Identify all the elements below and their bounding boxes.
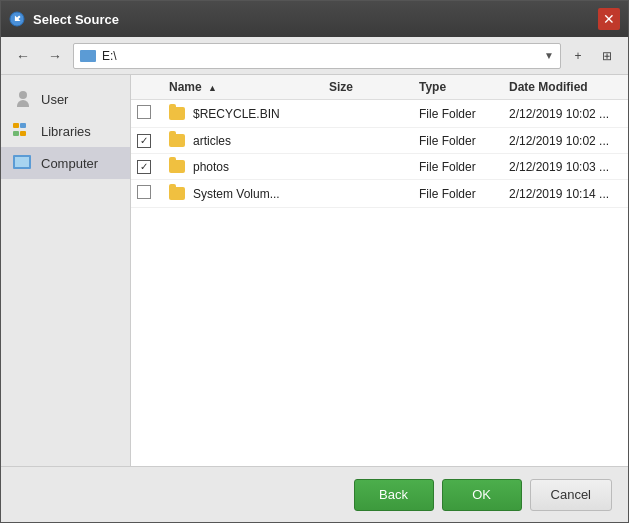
view-button[interactable]: ⊞: [594, 43, 620, 69]
row-checkbox-cell: [131, 180, 161, 208]
sidebar-item-user[interactable]: User: [1, 83, 130, 115]
sidebar-label-computer: Computer: [41, 156, 98, 171]
folder-icon: [169, 160, 185, 173]
folder-icon: [169, 107, 185, 120]
row-date-cell: 2/12/2019 10:03 ...: [501, 154, 628, 180]
select-source-dialog: Select Source ✕ ← → E:\ ▼ + ⊞ User: [0, 0, 629, 523]
row-name-cell: System Volum...: [161, 180, 321, 208]
row-type-cell: File Folder: [411, 154, 501, 180]
new-folder-button[interactable]: +: [565, 43, 591, 69]
close-button[interactable]: ✕: [598, 8, 620, 30]
col-header-size[interactable]: Size: [321, 75, 411, 100]
row-name-cell: $RECYCLE.BIN: [161, 100, 321, 128]
row-size-cell: [321, 128, 411, 154]
address-bar[interactable]: E:\ ▼: [73, 43, 561, 69]
sort-arrow: ▲: [208, 83, 217, 93]
toolbar-right: + ⊞: [565, 43, 620, 69]
col-header-name[interactable]: Name ▲: [161, 75, 321, 100]
table-row: photos File Folder 2/12/2019 10:03 ...: [131, 154, 628, 180]
table-row: $RECYCLE.BIN File Folder 2/12/2019 10:02…: [131, 100, 628, 128]
row-size-cell: [321, 100, 411, 128]
address-dropdown-arrow: ▼: [544, 50, 554, 61]
row-checkbox[interactable]: [137, 105, 151, 119]
row-checkbox[interactable]: [137, 134, 151, 148]
user-icon: [13, 91, 33, 107]
row-size-cell: [321, 154, 411, 180]
row-checkbox[interactable]: [137, 160, 151, 174]
file-name: articles: [193, 134, 231, 148]
col-header-checkbox: [131, 75, 161, 100]
back-nav-button[interactable]: ←: [9, 43, 37, 69]
file-area: Name ▲ Size Type Date Modified $RECYCLE: [131, 75, 628, 466]
row-type-cell: File Folder: [411, 128, 501, 154]
folder-icon: [169, 187, 185, 200]
row-type-cell: File Folder: [411, 100, 501, 128]
row-checkbox-cell: [131, 100, 161, 128]
sidebar-label-user: User: [41, 92, 68, 107]
file-name: photos: [193, 160, 229, 174]
title-bar: Select Source ✕: [1, 1, 628, 37]
address-text: E:\: [102, 49, 538, 63]
row-date-cell: 2/12/2019 10:14 ...: [501, 180, 628, 208]
libraries-icon: [13, 123, 33, 139]
row-checkbox-cell: [131, 128, 161, 154]
file-table: Name ▲ Size Type Date Modified $RECYCLE: [131, 75, 628, 208]
dialog-title: Select Source: [33, 12, 119, 27]
app-icon: [9, 11, 25, 27]
monitor-icon: [80, 50, 96, 62]
sidebar-item-computer[interactable]: Computer: [1, 147, 130, 179]
col-header-type[interactable]: Type: [411, 75, 501, 100]
row-checkbox[interactable]: [137, 185, 151, 199]
row-date-cell: 2/12/2019 10:02 ...: [501, 100, 628, 128]
cancel-button[interactable]: Cancel: [530, 479, 612, 511]
row-size-cell: [321, 180, 411, 208]
title-bar-left: Select Source: [9, 11, 119, 27]
row-type-cell: File Folder: [411, 180, 501, 208]
file-name: $RECYCLE.BIN: [193, 107, 280, 121]
folder-icon: [169, 134, 185, 147]
bottom-bar: Back OK Cancel: [1, 466, 628, 522]
sidebar-item-libraries[interactable]: Libraries: [1, 115, 130, 147]
content-area: User Libraries Computer: [1, 75, 628, 466]
col-header-date[interactable]: Date Modified: [501, 75, 628, 100]
row-checkbox-cell: [131, 154, 161, 180]
ok-button[interactable]: OK: [442, 479, 522, 511]
table-row: articles File Folder 2/12/2019 10:02 ...: [131, 128, 628, 154]
table-header-row: Name ▲ Size Type Date Modified: [131, 75, 628, 100]
table-row: System Volum... File Folder 2/12/2019 10…: [131, 180, 628, 208]
row-name-cell: photos: [161, 154, 321, 180]
row-name-cell: articles: [161, 128, 321, 154]
computer-icon: [13, 155, 33, 171]
sidebar: User Libraries Computer: [1, 75, 131, 466]
sidebar-label-libraries: Libraries: [41, 124, 91, 139]
row-date-cell: 2/12/2019 10:02 ...: [501, 128, 628, 154]
file-name: System Volum...: [193, 187, 280, 201]
back-button[interactable]: Back: [354, 479, 434, 511]
forward-nav-button[interactable]: →: [41, 43, 69, 69]
toolbar: ← → E:\ ▼ + ⊞: [1, 37, 628, 75]
